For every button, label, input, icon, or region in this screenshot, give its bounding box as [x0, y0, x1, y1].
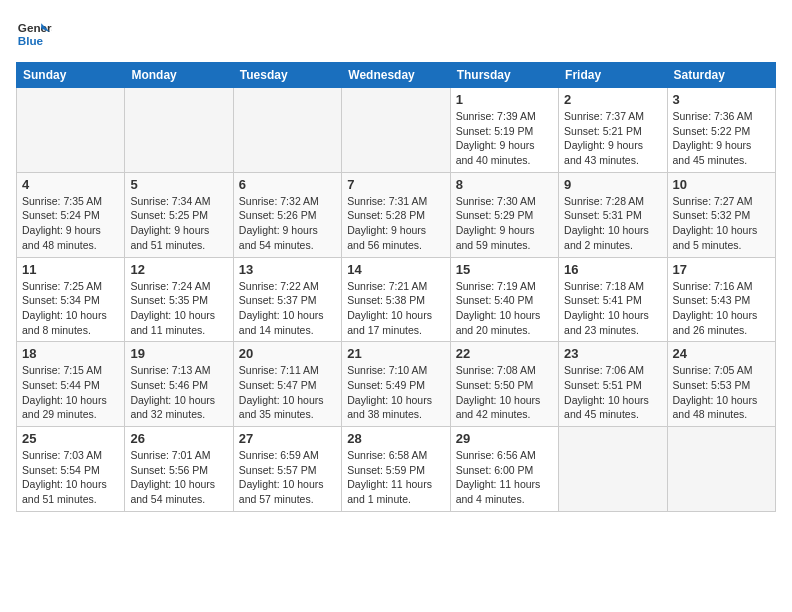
day-info: Sunrise: 7:27 AM Sunset: 5:32 PM Dayligh… [673, 194, 770, 253]
calendar-cell: 28Sunrise: 6:58 AM Sunset: 5:59 PM Dayli… [342, 427, 450, 512]
calendar-cell [125, 88, 233, 173]
svg-text:Blue: Blue [18, 34, 44, 47]
calendar-cell: 20Sunrise: 7:11 AM Sunset: 5:47 PM Dayli… [233, 342, 341, 427]
day-info: Sunrise: 7:19 AM Sunset: 5:40 PM Dayligh… [456, 279, 553, 338]
day-number: 18 [22, 346, 119, 361]
day-info: Sunrise: 7:15 AM Sunset: 5:44 PM Dayligh… [22, 363, 119, 422]
day-number: 13 [239, 262, 336, 277]
calendar-cell [342, 88, 450, 173]
day-number: 14 [347, 262, 444, 277]
calendar-table: SundayMondayTuesdayWednesdayThursdayFrid… [16, 62, 776, 512]
calendar-cell: 14Sunrise: 7:21 AM Sunset: 5:38 PM Dayli… [342, 257, 450, 342]
day-info: Sunrise: 7:22 AM Sunset: 5:37 PM Dayligh… [239, 279, 336, 338]
calendar-cell: 26Sunrise: 7:01 AM Sunset: 5:56 PM Dayli… [125, 427, 233, 512]
day-number: 8 [456, 177, 553, 192]
calendar-cell: 12Sunrise: 7:24 AM Sunset: 5:35 PM Dayli… [125, 257, 233, 342]
calendar-cell: 2Sunrise: 7:37 AM Sunset: 5:21 PM Daylig… [559, 88, 667, 173]
calendar-cell: 17Sunrise: 7:16 AM Sunset: 5:43 PM Dayli… [667, 257, 775, 342]
day-info: Sunrise: 7:05 AM Sunset: 5:53 PM Dayligh… [673, 363, 770, 422]
day-number: 23 [564, 346, 661, 361]
weekday-header-wednesday: Wednesday [342, 63, 450, 88]
day-info: Sunrise: 7:13 AM Sunset: 5:46 PM Dayligh… [130, 363, 227, 422]
calendar-cell: 1Sunrise: 7:39 AM Sunset: 5:19 PM Daylig… [450, 88, 558, 173]
day-info: Sunrise: 7:24 AM Sunset: 5:35 PM Dayligh… [130, 279, 227, 338]
day-number: 12 [130, 262, 227, 277]
svg-text:General: General [18, 21, 52, 34]
calendar-cell [667, 427, 775, 512]
day-number: 22 [456, 346, 553, 361]
weekday-header-saturday: Saturday [667, 63, 775, 88]
day-number: 7 [347, 177, 444, 192]
day-info: Sunrise: 7:32 AM Sunset: 5:26 PM Dayligh… [239, 194, 336, 253]
day-info: Sunrise: 7:25 AM Sunset: 5:34 PM Dayligh… [22, 279, 119, 338]
calendar-cell: 9Sunrise: 7:28 AM Sunset: 5:31 PM Daylig… [559, 172, 667, 257]
day-info: Sunrise: 7:35 AM Sunset: 5:24 PM Dayligh… [22, 194, 119, 253]
calendar-cell: 4Sunrise: 7:35 AM Sunset: 5:24 PM Daylig… [17, 172, 125, 257]
calendar-week-row: 11Sunrise: 7:25 AM Sunset: 5:34 PM Dayli… [17, 257, 776, 342]
day-info: Sunrise: 6:59 AM Sunset: 5:57 PM Dayligh… [239, 448, 336, 507]
day-number: 6 [239, 177, 336, 192]
weekday-header-thursday: Thursday [450, 63, 558, 88]
day-number: 10 [673, 177, 770, 192]
day-info: Sunrise: 7:11 AM Sunset: 5:47 PM Dayligh… [239, 363, 336, 422]
calendar-cell: 5Sunrise: 7:34 AM Sunset: 5:25 PM Daylig… [125, 172, 233, 257]
logo: General Blue [16, 16, 52, 52]
day-number: 1 [456, 92, 553, 107]
day-info: Sunrise: 7:10 AM Sunset: 5:49 PM Dayligh… [347, 363, 444, 422]
day-number: 21 [347, 346, 444, 361]
calendar-cell: 25Sunrise: 7:03 AM Sunset: 5:54 PM Dayli… [17, 427, 125, 512]
day-number: 29 [456, 431, 553, 446]
day-number: 27 [239, 431, 336, 446]
calendar-cell: 29Sunrise: 6:56 AM Sunset: 6:00 PM Dayli… [450, 427, 558, 512]
day-number: 20 [239, 346, 336, 361]
calendar-week-row: 25Sunrise: 7:03 AM Sunset: 5:54 PM Dayli… [17, 427, 776, 512]
day-number: 3 [673, 92, 770, 107]
page-header: General Blue [16, 16, 776, 52]
day-number: 24 [673, 346, 770, 361]
calendar-cell: 19Sunrise: 7:13 AM Sunset: 5:46 PM Dayli… [125, 342, 233, 427]
calendar-week-row: 18Sunrise: 7:15 AM Sunset: 5:44 PM Dayli… [17, 342, 776, 427]
day-info: Sunrise: 7:18 AM Sunset: 5:41 PM Dayligh… [564, 279, 661, 338]
day-number: 16 [564, 262, 661, 277]
calendar-cell: 22Sunrise: 7:08 AM Sunset: 5:50 PM Dayli… [450, 342, 558, 427]
day-number: 17 [673, 262, 770, 277]
logo-icon: General Blue [16, 16, 52, 52]
day-number: 28 [347, 431, 444, 446]
day-info: Sunrise: 6:56 AM Sunset: 6:00 PM Dayligh… [456, 448, 553, 507]
calendar-week-row: 1Sunrise: 7:39 AM Sunset: 5:19 PM Daylig… [17, 88, 776, 173]
day-info: Sunrise: 7:01 AM Sunset: 5:56 PM Dayligh… [130, 448, 227, 507]
calendar-cell: 23Sunrise: 7:06 AM Sunset: 5:51 PM Dayli… [559, 342, 667, 427]
day-info: Sunrise: 7:03 AM Sunset: 5:54 PM Dayligh… [22, 448, 119, 507]
weekday-header-sunday: Sunday [17, 63, 125, 88]
calendar-cell: 13Sunrise: 7:22 AM Sunset: 5:37 PM Dayli… [233, 257, 341, 342]
day-number: 25 [22, 431, 119, 446]
weekday-header-row: SundayMondayTuesdayWednesdayThursdayFrid… [17, 63, 776, 88]
day-number: 2 [564, 92, 661, 107]
calendar-cell: 3Sunrise: 7:36 AM Sunset: 5:22 PM Daylig… [667, 88, 775, 173]
calendar-cell: 27Sunrise: 6:59 AM Sunset: 5:57 PM Dayli… [233, 427, 341, 512]
day-info: Sunrise: 7:06 AM Sunset: 5:51 PM Dayligh… [564, 363, 661, 422]
calendar-cell: 11Sunrise: 7:25 AM Sunset: 5:34 PM Dayli… [17, 257, 125, 342]
calendar-cell: 7Sunrise: 7:31 AM Sunset: 5:28 PM Daylig… [342, 172, 450, 257]
day-number: 5 [130, 177, 227, 192]
day-number: 15 [456, 262, 553, 277]
day-info: Sunrise: 6:58 AM Sunset: 5:59 PM Dayligh… [347, 448, 444, 507]
calendar-cell: 6Sunrise: 7:32 AM Sunset: 5:26 PM Daylig… [233, 172, 341, 257]
calendar-cell: 15Sunrise: 7:19 AM Sunset: 5:40 PM Dayli… [450, 257, 558, 342]
day-info: Sunrise: 7:34 AM Sunset: 5:25 PM Dayligh… [130, 194, 227, 253]
day-info: Sunrise: 7:30 AM Sunset: 5:29 PM Dayligh… [456, 194, 553, 253]
calendar-cell: 10Sunrise: 7:27 AM Sunset: 5:32 PM Dayli… [667, 172, 775, 257]
calendar-cell: 8Sunrise: 7:30 AM Sunset: 5:29 PM Daylig… [450, 172, 558, 257]
weekday-header-friday: Friday [559, 63, 667, 88]
day-info: Sunrise: 7:21 AM Sunset: 5:38 PM Dayligh… [347, 279, 444, 338]
day-number: 9 [564, 177, 661, 192]
day-number: 19 [130, 346, 227, 361]
day-number: 11 [22, 262, 119, 277]
weekday-header-monday: Monday [125, 63, 233, 88]
calendar-cell: 18Sunrise: 7:15 AM Sunset: 5:44 PM Dayli… [17, 342, 125, 427]
day-info: Sunrise: 7:16 AM Sunset: 5:43 PM Dayligh… [673, 279, 770, 338]
day-info: Sunrise: 7:28 AM Sunset: 5:31 PM Dayligh… [564, 194, 661, 253]
weekday-header-tuesday: Tuesday [233, 63, 341, 88]
calendar-cell: 24Sunrise: 7:05 AM Sunset: 5:53 PM Dayli… [667, 342, 775, 427]
calendar-week-row: 4Sunrise: 7:35 AM Sunset: 5:24 PM Daylig… [17, 172, 776, 257]
